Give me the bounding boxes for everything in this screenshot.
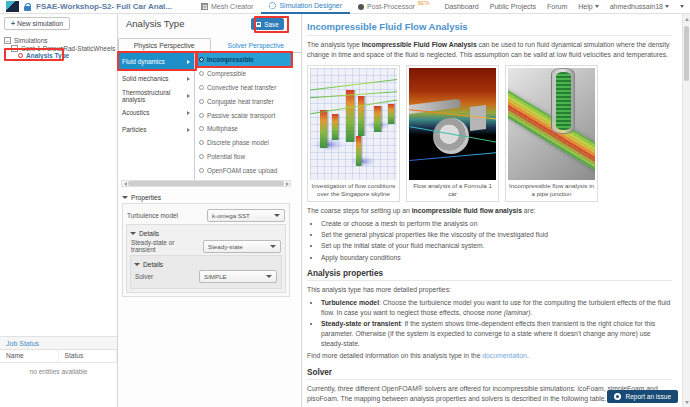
horizontal-scrollbar[interactable] — [121, 180, 291, 187]
list-item: Apply boundary conditions — [321, 253, 672, 263]
tree-item-simulation-run[interactable]: Cont-1-PorousRad-StaticWheels — [11, 45, 115, 53]
tree-item-analysis-type[interactable]: Analysis Type — [18, 52, 115, 60]
option-potential-flow[interactable]: Potential flow — [195, 150, 292, 164]
intro-paragraph: The analysis type Incompressible Fluid F… — [307, 40, 672, 60]
job-status-title: Job Status — [6, 340, 39, 347]
option-label: Discrete phase model — [207, 139, 269, 146]
option-openfoam-case-upload[interactable]: OpenFOAM case upload — [195, 163, 292, 177]
tree-item-simulations[interactable]: Simulations — [4, 37, 115, 45]
text-bold: Steady-state or transient — [321, 320, 401, 327]
chevron-down-icon — [122, 196, 128, 199]
scrollbar-thumb[interactable] — [684, 26, 689, 81]
top-navigation: Dashboard Public Projects Forum Help ahm… — [444, 3, 684, 10]
scroll-down-icon[interactable] — [683, 398, 690, 406]
nav-label: Forum — [547, 3, 567, 10]
option-conjugate-heat-transfer[interactable]: Conjugate heat transfer — [195, 94, 292, 108]
nav-public-projects[interactable]: Public Projects — [490, 3, 536, 10]
category-label: Particles — [122, 126, 147, 133]
save-button[interactable]: Save — [251, 18, 284, 30]
option-convective-heat-transfer[interactable]: Convective heat transfer — [195, 81, 292, 95]
example-images: Investigation of flow conditions over th… — [307, 65, 672, 202]
vertical-scrollbar[interactable] — [682, 14, 690, 407]
chevron-down-icon — [270, 245, 276, 248]
cfd-thumbnail — [508, 68, 595, 180]
simulation-tree-sidebar: New simulation Simulations Cont-1-Porous… — [0, 14, 118, 407]
image-caption: Investigation of flow conditions over th… — [310, 182, 397, 199]
option-multiphase[interactable]: Multiphase — [195, 122, 292, 136]
beta-badge: BETA — [418, 1, 429, 6]
vertical-pipe-streamlines — [556, 72, 571, 130]
mesh-creator-icon — [201, 3, 208, 10]
turbulence-model-row: Turbulence model k-omega SST — [127, 209, 285, 222]
nav-user-menu[interactable]: ahmedhussain18 — [610, 3, 669, 10]
solver-select[interactable]: SIMPLE — [199, 270, 277, 283]
properties-header[interactable]: Properties — [122, 194, 290, 201]
category-particles[interactable]: Particles — [118, 121, 194, 138]
tab-label: Physics Perspective — [134, 42, 195, 49]
time-dependency-select[interactable]: Steady-state — [203, 240, 281, 253]
option-label: OpenFOAM case upload — [207, 167, 277, 174]
details-header[interactable]: Details — [130, 230, 282, 237]
tab-post-processor[interactable]: Post-Processor BETA — [350, 0, 437, 14]
building-bar — [356, 136, 361, 166]
chevron-right-icon — [187, 60, 190, 64]
category-solid-mechanics[interactable]: Solid mechanics — [118, 70, 194, 87]
scroll-up-icon[interactable] — [683, 15, 690, 23]
radio-icon — [199, 71, 204, 76]
tab-physics-perspective[interactable]: Physics Perspective — [118, 38, 211, 53]
turbulence-model-select[interactable]: k-omega SST — [207, 209, 285, 222]
scroll-right-icon[interactable] — [284, 181, 290, 186]
chevron-down-icon — [134, 263, 140, 266]
section-heading: Solver — [307, 368, 672, 377]
tab-mesh-creator[interactable]: Mesh Creator — [193, 0, 261, 14]
option-label: Conjugate heat transfer — [207, 98, 274, 105]
details-header[interactable]: Details — [134, 261, 278, 268]
app-logo-icon[interactable] — [6, 1, 19, 12]
collapse-icon[interactable] — [4, 37, 11, 44]
building-bar — [388, 104, 394, 124]
documentation-panel: Incompressible Fluid Flow Analysis The a… — [303, 14, 682, 407]
option-label: Multiphase — [207, 125, 238, 132]
tab-solver-perspective[interactable]: Solver Perspective — [211, 38, 302, 52]
field-label: Steady-state or transient — [131, 239, 199, 253]
more-menu[interactable] — [680, 5, 684, 8]
category-acoustics[interactable]: Acoustics — [118, 104, 194, 121]
text: Find more detailed information on this a… — [307, 352, 482, 359]
option-incompressible[interactable]: Incompressible — [195, 53, 292, 67]
pressure-halo — [314, 138, 344, 151]
radio-icon — [199, 99, 204, 104]
documentation-link[interactable]: documentation — [482, 352, 527, 359]
text: . — [531, 309, 533, 316]
chevron-down-icon — [680, 5, 684, 8]
text: The analysis type — [307, 41, 362, 48]
job-status-header[interactable]: Job Status — [0, 337, 117, 350]
report-an-issue-button[interactable]: Report an issue — [607, 390, 678, 403]
scrollbar-thumb[interactable] — [128, 181, 284, 186]
documentation-note: Find more detailed information on this a… — [307, 351, 672, 361]
simulation-designer-icon — [269, 2, 276, 9]
chevron-right-icon — [187, 94, 190, 98]
post-processor-icon — [358, 4, 364, 10]
building-bar — [346, 90, 354, 142]
lock-icon — [24, 6, 31, 11]
option-compressible[interactable]: Compressible — [195, 67, 292, 81]
option-passive-scalar-transport[interactable]: Passive scalar transport — [195, 108, 292, 122]
streamline — [310, 78, 397, 90]
text-bold: Turbulence model — [321, 299, 379, 306]
option-label: Passive scalar transport — [207, 112, 275, 119]
divider — [307, 35, 672, 36]
perspective-tabs: Physics Perspective Solver Perspective — [118, 38, 301, 53]
option-discrete-phase-model[interactable]: Discrete phase model — [195, 136, 292, 150]
nav-forum[interactable]: Forum — [547, 3, 567, 10]
text: Set the general physical properties like… — [321, 231, 548, 238]
nav-help-menu[interactable]: Help — [578, 3, 598, 10]
category-fluid-dynamics[interactable]: Fluid dynamics — [118, 53, 194, 70]
collapse-icon[interactable] — [11, 45, 18, 52]
project-title: FSAE-Workshop-S2- Full Car Anal... — [36, 2, 172, 11]
chevron-down-icon — [665, 5, 669, 8]
new-simulation-button[interactable]: New simulation — [4, 17, 70, 30]
cfd-image-formula-1-car: Flow analysis of a Formula 1 car — [406, 65, 499, 202]
category-thermostructural-analysis[interactable]: Thermostructural analysis — [118, 87, 194, 104]
tab-simulation-designer[interactable]: Simulation Designer — [261, 0, 350, 14]
nav-dashboard[interactable]: Dashboard — [444, 3, 478, 10]
